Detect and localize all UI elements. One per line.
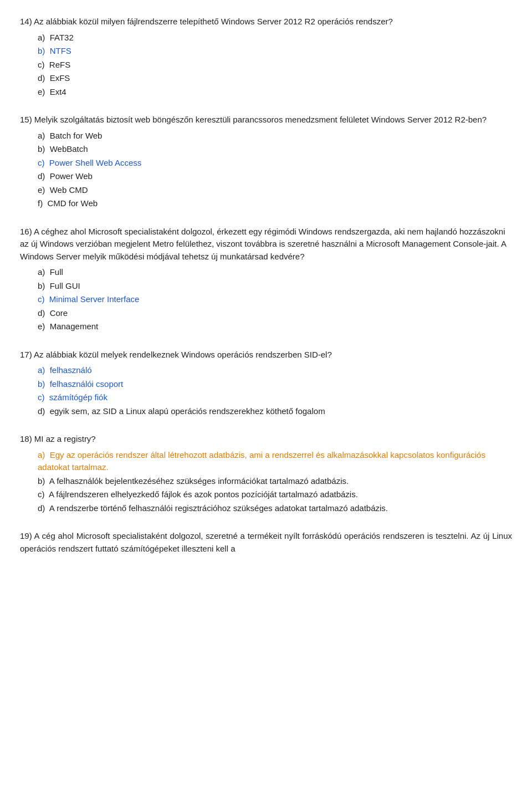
q14-label-c: c) [38, 60, 49, 69]
q14-text-b: NTFS [50, 46, 71, 55]
q14-options: a) FAT32 b) NTFS c) ReFS d) ExFS e) Ext4 [38, 32, 512, 99]
q18-label-d: d) [38, 503, 49, 513]
q14-text-a: FAT32 [50, 33, 74, 42]
q18-label-b: b) [38, 476, 49, 486]
q14-text: 14) Az alábbiak közül milyen fájlrendsze… [20, 16, 512, 28]
q14-text-c: ReFS [49, 60, 70, 69]
q15-option-d: d) Power Web [38, 170, 512, 183]
q16-label-e: e) [38, 322, 50, 331]
q17-text-a: felhasználó [50, 365, 92, 375]
q16-option-e: e) Management [38, 320, 512, 333]
q18-label-a: a) [38, 450, 50, 460]
q15-option-e: e) Web CMD [38, 184, 512, 197]
q17-label-c: c) [38, 392, 49, 402]
q15-option-c: c) Power Shell Web Access [38, 157, 512, 170]
q16-text-d: Core [50, 308, 68, 318]
q14-label-a: a) [38, 33, 50, 42]
q17-option-b: b) felhasználói csoport [38, 378, 512, 391]
q18-text-d: A rendszerbe történő felhasználói regisz… [49, 503, 388, 513]
q15-label-d: d) [38, 171, 50, 181]
q14-label-b: b) [38, 46, 50, 55]
question-16: 16) A céghez ahol Microsoft specialistak… [20, 226, 512, 333]
q14-option-d: d) ExFS [38, 72, 512, 85]
q15-text-f: CMD for Web [48, 198, 98, 208]
q15-text-a: Batch for Web [50, 131, 103, 140]
q14-text-e: Ext4 [50, 87, 66, 96]
q16-options: a) Full b) Full GUI c) Minimal Server In… [38, 266, 512, 333]
q16-text-c: Minimal Server Interface [49, 294, 140, 304]
q17-option-d: d) egyik sem, az SID a Linux alapú operá… [38, 405, 512, 418]
q15-text-e: Web CMD [50, 185, 88, 195]
q18-options: a) Egy az operációs rendszer által létre… [38, 449, 512, 515]
q16-option-c: c) Minimal Server Interface [38, 293, 512, 306]
q16-label-d: d) [38, 308, 50, 318]
q19-text: 19) A cég ahol Microsoft specialistaként… [20, 530, 512, 555]
q17-label-b: b) [38, 379, 50, 389]
q14-label-e: e) [38, 87, 50, 96]
q15-text: 15) Melyik szolgáltatás biztosít web bön… [20, 114, 512, 126]
q17-option-a: a) felhasználó [38, 364, 512, 377]
q16-option-b: b) Full GUI [38, 280, 512, 293]
q16-text-a: Full [50, 267, 63, 277]
q15-option-b: b) WebBatch [38, 143, 512, 156]
q15-option-a: a) Batch for Web [38, 130, 512, 142]
q18-option-b: b) A felhasználók bejelentkezéséhez szük… [38, 475, 512, 488]
q17-label-a: a) [38, 365, 50, 375]
q17-option-c: c) számítógép fiók [38, 391, 512, 404]
question-18: 18) MI az a registry? a) Egy az operáció… [20, 433, 512, 514]
question-15: 15) Melyik szolgáltatás biztosít web bön… [20, 114, 512, 210]
q16-label-b: b) [38, 281, 50, 290]
q16-label-a: a) [38, 267, 50, 277]
q17-text: 17) Az alábbiak közül melyek rendelkezne… [20, 349, 512, 361]
q18-option-a: a) Egy az operációs rendszer által létre… [38, 449, 512, 474]
q16-label-c: c) [38, 294, 49, 304]
q17-label-d: d) [38, 406, 50, 416]
q18-option-d: d) A rendszerbe történő felhasználói reg… [38, 502, 512, 515]
q18-text-b: A felhasználók bejelentkezéséhez szükség… [49, 476, 349, 486]
q17-text-c: számítógép fiók [49, 392, 108, 402]
q17-text-b: felhasználói csoport [50, 379, 124, 389]
q15-label-e: e) [38, 185, 50, 195]
question-17: 17) Az alábbiak közül melyek rendelkezne… [20, 349, 512, 418]
q18-label-c: c) [38, 489, 49, 499]
q14-option-c: c) ReFS [38, 59, 512, 72]
q15-label-b: b) [38, 144, 50, 154]
question-19: 19) A cég ahol Microsoft specialistaként… [20, 530, 512, 555]
q14-option-b: b) NTFS [38, 45, 512, 58]
q15-text-c: Power Shell Web Access [49, 158, 141, 167]
q15-label-a: a) [38, 131, 50, 140]
q15-label-c: c) [38, 158, 49, 167]
q16-text-e: Management [50, 322, 99, 331]
q16-option-a: a) Full [38, 266, 512, 279]
q15-option-f: f) CMD for Web [38, 197, 512, 210]
q15-text-d: Power Web [50, 171, 93, 181]
q18-text: 18) MI az a registry? [20, 433, 512, 446]
q15-label-f: f) [38, 198, 48, 208]
q18-text-c: A fájlrendszeren elhelyezkedő fájlok és … [49, 489, 358, 499]
q16-intro: 16) A céghez ahol Microsoft specialistak… [20, 226, 512, 263]
q16-option-d: d) Core [38, 307, 512, 320]
q18-option-c: c) A fájlrendszeren elhelyezkedő fájlok … [38, 488, 512, 501]
q18-text-a: Egy az operációs rendszer által létrehoz… [38, 450, 485, 472]
q17-text-d: egyik sem, az SID a Linux alapú operáció… [50, 406, 325, 416]
q16-text-b: Full GUI [50, 281, 80, 290]
question-14: 14) Az alábbiak közül milyen fájlrendsze… [20, 16, 512, 98]
q14-option-e: e) Ext4 [38, 86, 512, 99]
q14-option-a: a) FAT32 [38, 32, 512, 44]
q17-options: a) felhasználó b) felhasználói csoport c… [38, 364, 512, 417]
q15-text-b: WebBatch [50, 144, 88, 154]
q14-label-d: d) [38, 73, 50, 83]
q14-text-d: ExFS [50, 73, 70, 83]
q15-options: a) Batch for Web b) WebBatch c) Power Sh… [38, 130, 512, 210]
